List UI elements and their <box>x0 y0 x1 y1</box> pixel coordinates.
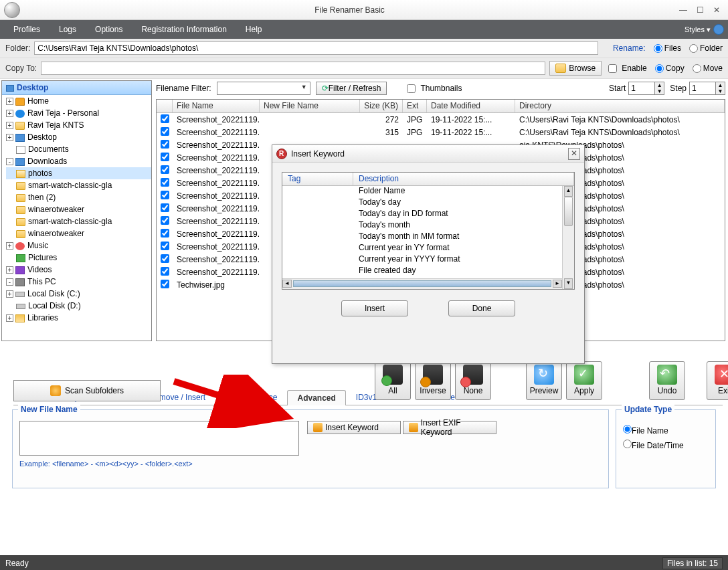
exit-button[interactable]: Exit <box>707 361 728 400</box>
tab-advanced[interactable]: Advanced <box>287 390 345 405</box>
col-tag[interactable]: Tag <box>282 173 353 185</box>
dialog-vscrollbar[interactable]: ▲ ▼ <box>562 186 574 289</box>
tree-item[interactable]: photos <box>6 167 151 179</box>
row-checkbox[interactable] <box>161 127 169 136</box>
tree-item[interactable]: then (2) <box>6 191 151 203</box>
help-icon[interactable] <box>713 24 724 35</box>
row-checkbox[interactable] <box>161 114 169 123</box>
tab-find-replace[interactable]: Find / Replace <box>215 389 287 405</box>
col-dir[interactable]: Directory <box>515 100 725 112</box>
expander-icon[interactable]: + <box>6 98 13 105</box>
minimize-button[interactable]: — <box>679 5 687 15</box>
folder-tree[interactable]: Desktop +Home+Ravi Teja - Personal+Ravi … <box>1 80 152 341</box>
tree-item[interactable]: winaerotweaker <box>6 227 151 240</box>
tree-item[interactable]: smart-watch-classic-gla <box>6 179 151 191</box>
expander-icon[interactable]: + <box>6 314 13 322</box>
col-filename[interactable]: File Name <box>173 100 260 112</box>
tree-item[interactable]: winaerotweaker <box>6 203 151 215</box>
dialog-done-button[interactable]: Done <box>448 300 515 316</box>
col-description[interactable]: Description <box>353 173 574 185</box>
expander-icon[interactable]: - <box>6 158 13 165</box>
tree-item[interactable]: +Music <box>6 240 151 252</box>
inverse-button[interactable]: Inverse <box>415 361 451 400</box>
filter-refresh-button[interactable]: ⟳ Filter / Refresh <box>316 82 387 95</box>
col-ext[interactable]: Ext <box>403 100 427 112</box>
start-spinner[interactable]: Start▲▼ <box>609 82 664 95</box>
none-button[interactable]: None <box>455 361 491 400</box>
table-row[interactable]: Screenshot_20221119...315JPG19-11-2022 1… <box>157 126 725 138</box>
expander-icon[interactable]: + <box>6 242 13 250</box>
insert-exif-keyword-button[interactable]: Insert EXIF Keyword <box>403 421 496 434</box>
scroll-right-icon[interactable]: ► <box>553 280 562 288</box>
maximize-button[interactable]: ☐ <box>697 5 704 15</box>
insert-keyword-button[interactable]: Insert Keyword <box>307 421 401 434</box>
radio-files[interactable]: Files <box>654 43 681 53</box>
tree-item[interactable]: +Ravi Teja - Personal <box>6 107 151 119</box>
row-checkbox[interactable] <box>161 254 169 263</box>
keyword-row[interactable]: File created day <box>282 266 574 277</box>
tree-item[interactable]: Pictures <box>6 252 151 264</box>
scan-subfolders-button[interactable]: Scan Subfolders <box>13 380 161 401</box>
expander-icon[interactable]: - <box>6 278 13 286</box>
col-date[interactable]: Date Modified <box>427 100 515 112</box>
keyword-row[interactable]: Today's day <box>282 197 574 209</box>
row-checkbox[interactable] <box>161 216 169 225</box>
row-checkbox[interactable] <box>161 165 169 174</box>
tree-item[interactable]: Documents <box>6 143 151 155</box>
radio-move[interactable]: Move <box>693 64 723 73</box>
keyword-row[interactable]: Current year in YY format <box>282 243 574 254</box>
preview-button[interactable]: Preview <box>526 361 562 400</box>
thumbnails-checkbox[interactable]: Thumbnails <box>404 82 462 95</box>
menu-logs[interactable]: Logs <box>50 22 86 37</box>
dialog-close-button[interactable]: ✕ <box>568 148 580 160</box>
scroll-thumb[interactable] <box>564 197 573 226</box>
tree-item[interactable]: +Desktop <box>6 131 151 143</box>
tree-item[interactable]: +Videos <box>6 264 151 276</box>
tree-item[interactable]: smart-watch-classic-gla <box>6 215 151 227</box>
hscroll-thumb[interactable] <box>293 280 551 287</box>
menu-registration[interactable]: Registration Information <box>132 22 236 37</box>
row-checkbox[interactable] <box>161 280 169 288</box>
new-filename-input[interactable] <box>19 421 299 456</box>
step-spinner[interactable]: Step▲▼ <box>670 82 725 95</box>
tree-item[interactable]: +Home <box>6 95 151 107</box>
menu-profiles[interactable]: Profiles <box>4 22 50 37</box>
row-checkbox[interactable] <box>161 153 169 161</box>
tree-item[interactable]: -Downloads <box>6 155 151 167</box>
radio-folder[interactable]: Folder <box>689 43 723 53</box>
row-checkbox[interactable] <box>161 203 169 212</box>
expander-icon[interactable]: + <box>6 122 13 129</box>
scroll-up-icon[interactable]: ▲ <box>564 186 573 197</box>
row-checkbox[interactable] <box>161 140 169 149</box>
row-checkbox[interactable] <box>161 229 169 238</box>
enable-checkbox[interactable]: Enable <box>606 62 646 75</box>
scroll-down-icon[interactable]: ▼ <box>564 278 573 289</box>
table-row[interactable]: Screenshot_20221119...272JPG19-11-2022 1… <box>157 113 725 126</box>
expander-icon[interactable]: + <box>6 290 13 298</box>
styles-dropdown[interactable]: Styles ▾ <box>685 25 713 34</box>
apply-button[interactable]: Apply <box>566 361 602 400</box>
tree-item[interactable]: +Ravi Teja KNTS <box>6 119 151 131</box>
expander-icon[interactable]: + <box>6 110 13 117</box>
row-checkbox[interactable] <box>161 267 169 276</box>
radio-update-datetime[interactable]: File Date/Time <box>623 440 709 450</box>
dialog-hscrollbar[interactable]: ◄ ► <box>282 278 562 289</box>
tree-item[interactable]: Local Disk (D:) <box>6 300 151 312</box>
keyword-row[interactable]: Today's month <box>282 220 574 231</box>
menu-help[interactable]: Help <box>236 22 272 37</box>
browse-button[interactable]: Browse <box>549 61 602 76</box>
col-check[interactable] <box>157 100 173 112</box>
radio-update-filename[interactable]: File Name <box>623 425 709 436</box>
tree-item[interactable]: +Local Disk (C:) <box>6 288 151 300</box>
col-newfilename[interactable]: New File Name <box>260 100 360 112</box>
undo-button[interactable]: Undo <box>649 361 685 400</box>
row-checkbox[interactable] <box>161 178 169 187</box>
copy-input[interactable] <box>41 62 545 75</box>
all-button[interactable]: All <box>375 361 411 400</box>
keyword-row[interactable]: Folder Name <box>282 186 574 197</box>
keyword-row[interactable]: Current year in YYYY format <box>282 254 574 266</box>
col-size[interactable]: Size (KB) <box>360 100 403 112</box>
row-checkbox[interactable] <box>161 242 169 250</box>
radio-copy[interactable]: Copy <box>655 64 685 73</box>
keyword-row[interactable]: Today's month in MM format <box>282 231 574 243</box>
